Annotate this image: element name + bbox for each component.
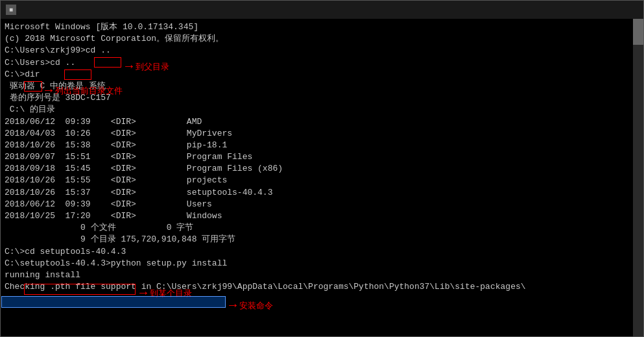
titlebar-left: ■ [6,5,20,15]
titlebar: ■ [1,1,643,19]
annotation-install-cmd: →安装命令 [229,297,273,315]
console-line: C:\Users\zrkj99>cd .. [5,45,628,56]
scrollbar-thumb[interactable] [633,19,643,45]
console-line: 2018/04/03 10:26 <DIR> MyDrivers [5,128,628,140]
scrollbar[interactable] [633,19,643,336]
arrow-icon: → [229,297,237,315]
console-line: 2018/10/26 15:38 <DIR> pip-18.1 [5,140,628,151]
minimize-button[interactable] [549,1,578,19]
console-line: 9 个目录 175,720,910,848 可用字节 [5,234,628,245]
console-line: (c) 2018 Microsoft Corporation。保留所有权利。 [5,33,628,45]
console-line: 2018/09/18 15:45 <DIR> Program Files (x8… [5,163,628,175]
console-line: 0 个文件 0 字节 [5,222,628,234]
cmd-window: ■ Microsoft Windows [版本 10.0.17134.345](… [0,0,644,337]
console-output: Microsoft Windows [版本 10.0.17134.345](c)… [1,19,643,336]
annotation-label: 安装命令 [239,300,273,312]
console-line: Checking .pth file support in C:\Users\z… [5,281,628,293]
console-line: C:\Users>cd .. [5,57,628,69]
console-line: 2018/09/07 15:51 <DIR> Program Files [5,151,628,163]
close-button[interactable] [608,1,638,19]
cmd-icon: ■ [6,5,16,15]
maximize-button[interactable] [578,1,608,19]
console-line: 2018/10/26 15:37 <DIR> setuptools-40.4.3 [5,187,628,199]
console-line: C:\ 的目录 [5,104,628,116]
console-line: 卷的序列号是 38DC-C157 [5,92,628,104]
console-line: 驱动器 C 中的卷是 系统 [5,81,628,92]
console-line: C:\setuptools-40.4.3>python setup.py ins… [5,258,628,269]
console-line: 2018/10/26 15:55 <DIR> projects [5,175,628,186]
console-line: 2018/10/25 17:20 <DIR> Windows [5,210,628,222]
console-line: running install [5,269,628,281]
console-line: C:\>cd setuptools-40.4.3 [5,246,628,258]
highlight-install-cmd [1,296,226,308]
window-controls[interactable] [549,1,638,19]
console-line: 2018/06/12 09:39 <DIR> Users [5,199,628,210]
console-line: C:\>dir [5,69,628,81]
console-line: 2018/06/12 09:39 <DIR> AMD [5,116,628,128]
console-line: Microsoft Windows [版本 10.0.17134.345] [5,21,628,33]
